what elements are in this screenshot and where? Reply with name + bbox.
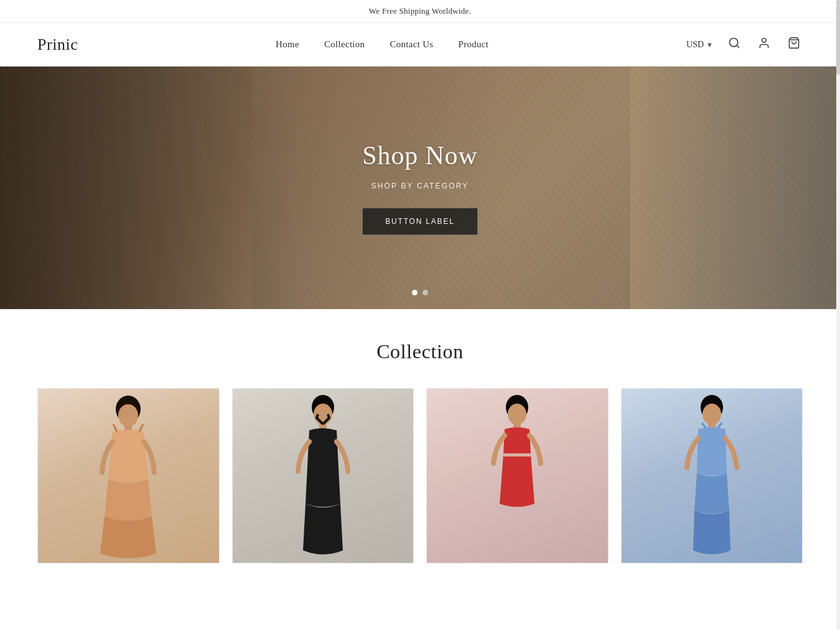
product-card-3[interactable] <box>426 388 609 563</box>
hero-content: Shop Now SHOP BY CATEGORY BUTTON LABEL <box>362 141 477 235</box>
hero-cta-button[interactable]: BUTTON LABEL <box>362 208 477 235</box>
announcement-bar: We Free Shipping Worldwide. <box>0 0 840 23</box>
carousel-dot-1[interactable] <box>412 290 418 295</box>
product-image-2 <box>233 389 414 563</box>
hero-right-overlay <box>630 67 841 309</box>
product-image-1 <box>38 389 219 563</box>
product-image-3 <box>427 389 608 563</box>
product-card-1[interactable] <box>37 388 220 563</box>
hero-title: Shop Now <box>362 141 477 170</box>
scroll-thumb <box>836 0 840 75</box>
hero-carousel-dots <box>412 290 428 295</box>
header: Prinic Home Collection Contact Us Produc… <box>0 23 840 67</box>
search-button[interactable] <box>726 34 743 55</box>
svg-point-13 <box>508 404 526 425</box>
model-silhouette-2 <box>286 392 360 560</box>
svg-rect-15 <box>503 453 531 456</box>
hero-banner: Shop Now SHOP BY CATEGORY BUTTON LABEL <box>0 67 840 309</box>
scroll-indicator[interactable] <box>836 0 840 582</box>
svg-point-2 <box>762 39 767 43</box>
nav-product[interactable]: Product <box>459 39 489 50</box>
currency-label: USD <box>686 40 704 50</box>
nav-collection[interactable]: Collection <box>324 39 365 50</box>
hero-subtitle: SHOP BY CATEGORY <box>362 182 477 190</box>
carousel-dot-2[interactable] <box>422 290 428 295</box>
model-silhouette-3 <box>480 392 554 560</box>
svg-point-5 <box>118 404 138 427</box>
cart-icon <box>788 37 800 52</box>
nav-right: USD ▼ <box>686 34 803 55</box>
chevron-down-icon: ▼ <box>706 41 713 49</box>
nav-home[interactable]: Home <box>276 39 299 50</box>
collection-title: Collection <box>37 340 803 363</box>
svg-line-7 <box>113 424 117 432</box>
cart-button[interactable] <box>785 34 803 55</box>
model-silhouette-4 <box>674 392 749 560</box>
nav-contact-us[interactable]: Contact Us <box>390 39 433 50</box>
logo[interactable]: Prinic <box>37 35 78 54</box>
main-nav: Home Collection Contact Us Product <box>276 39 488 50</box>
products-grid <box>37 388 803 563</box>
currency-selector[interactable]: USD ▼ <box>686 40 713 50</box>
hero-rack-overlay <box>0 67 294 309</box>
svg-line-1 <box>737 45 739 48</box>
model-silhouette-1 <box>91 392 166 560</box>
product-card-2[interactable] <box>232 388 414 563</box>
user-icon <box>758 37 770 52</box>
svg-point-17 <box>702 404 721 425</box>
product-card-4[interactable] <box>621 388 803 563</box>
account-button[interactable] <box>755 34 773 55</box>
announcement-text: We Free Shipping Worldwide. <box>369 6 471 16</box>
search-icon <box>728 37 740 52</box>
collection-section: Collection <box>0 309 840 582</box>
svg-point-10 <box>314 404 332 425</box>
product-image-4 <box>622 389 803 563</box>
svg-line-8 <box>139 424 143 432</box>
